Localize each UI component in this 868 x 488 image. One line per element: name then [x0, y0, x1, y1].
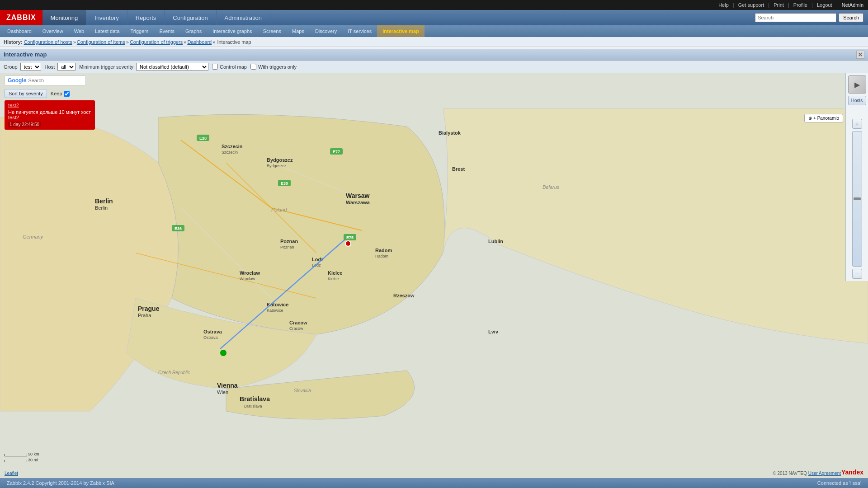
map-toolbar: Group test Host all Minimum trigger seve… [0, 61, 868, 73]
sort-by-severity-button[interactable]: Sort by severity [5, 89, 47, 98]
zoom-out-button[interactable]: − [852, 269, 862, 279]
top-links: Help | Get support | Print | Profile | L… [717, 2, 863, 8]
control-map-checkbox[interactable] [212, 64, 218, 70]
alert-message: Не пингуется дольше 10 минут хост test2 [8, 109, 91, 120]
map-area[interactable]: E28 E30 E36 E77 E75 Szczecin Szczecin By… [0, 73, 868, 478]
nav-configuration[interactable]: Configuration [165, 10, 216, 25]
sidebar-toggle[interactable]: ▶ [848, 75, 866, 94]
group-select[interactable]: test [20, 63, 41, 71]
main-content: Interactive map ✕ Group test Host all Mi… [0, 49, 868, 478]
close-button[interactable]: ✕ [856, 51, 864, 59]
alert-box[interactable]: test2 Не пингуется дольше 10 минут хост … [5, 100, 95, 130]
scale-row-mi: 30 mi [5, 458, 39, 462]
connected-as: Connected as 'lissa' [817, 480, 861, 486]
scale-row-km: 50 km [5, 452, 39, 456]
subnav-latest-data[interactable]: Latest data [90, 25, 125, 37]
svg-text:Cracow: Cracow [289, 320, 307, 325]
svg-text:Brest: Brest [452, 166, 465, 172]
subnav-interactive-graphs[interactable]: Interactive graphs [207, 25, 257, 37]
subnav-maps[interactable]: Maps [287, 25, 310, 37]
svg-text:Warsaw: Warsaw [346, 192, 370, 199]
search-area: Search [750, 10, 868, 25]
svg-text:Vienna: Vienna [217, 382, 238, 389]
logout-link[interactable]: Logout [817, 2, 832, 8]
svg-text:Bydgoszcz: Bydgoszcz [267, 164, 287, 168]
svg-text:Berlin: Berlin [95, 197, 113, 205]
with-triggers-label: With triggers only [258, 64, 297, 70]
min-severity-select[interactable]: Not classified (default) [136, 63, 208, 71]
group-selector-group: Group test [4, 63, 41, 71]
subnav-graphs[interactable]: Graphs [180, 25, 207, 37]
host-select[interactable]: all [57, 63, 75, 71]
profile-link[interactable]: Profile [793, 2, 807, 8]
scale-mi-label: 30 mi [28, 458, 38, 462]
control-map-group: Control map [212, 64, 247, 70]
panoramio-plus-icon: ⊕ [808, 116, 812, 121]
svg-text:Prague: Prague [138, 305, 160, 312]
hosts-button[interactable]: Hosts [848, 96, 866, 105]
svg-text:Cracow: Cracow [289, 326, 303, 331]
subnav-overview[interactable]: Overview [37, 25, 69, 37]
breadcrumb-items[interactable]: Configuration of items [77, 39, 125, 45]
subnav-triggers[interactable]: Triggers [125, 25, 154, 37]
subnav-events[interactable]: Events [154, 25, 180, 37]
user-agreement-link[interactable]: User Agreement [808, 471, 841, 476]
with-triggers-checkbox[interactable] [250, 64, 256, 70]
svg-text:E75: E75 [346, 235, 354, 240]
breadcrumb-triggers[interactable]: Configuration of triggers [130, 39, 183, 45]
nav-reports[interactable]: Reports [127, 10, 165, 25]
subnav-dashboard[interactable]: Dashboard [2, 25, 37, 37]
breadcrumb-current: Interactive map [217, 39, 251, 45]
svg-text:Bratislava: Bratislava [240, 395, 270, 403]
print-link[interactable]: Print [774, 2, 784, 8]
keep-checkbox[interactable] [64, 91, 70, 97]
svg-text:Wroclaw: Wroclaw [240, 270, 260, 276]
nav-administration[interactable]: Administration [217, 10, 270, 25]
svg-text:Czech Republic: Czech Republic [158, 370, 190, 375]
top-bar: Help | Get support | Print | Profile | L… [0, 0, 868, 10]
nav-inventory[interactable]: Inventory [86, 10, 127, 25]
svg-text:Wroclaw: Wroclaw [240, 277, 255, 281]
help-link[interactable]: Help [718, 2, 729, 8]
map-copyright: © 2013 NAVTEQ User Agreement [773, 471, 841, 476]
svg-text:Poznan: Poznan [280, 239, 298, 244]
zoom-slider[interactable] [852, 131, 862, 267]
google-search-input[interactable] [28, 78, 82, 83]
svg-text:E30: E30 [281, 181, 288, 186]
leaflet-link[interactable]: Leaflet [5, 471, 18, 476]
svg-text:Germany: Germany [23, 234, 44, 239]
panoramio-label: + Panoramio [813, 116, 839, 121]
svg-text:Lviv: Lviv [488, 329, 499, 334]
svg-text:Belarus: Belarus [542, 184, 560, 190]
subnav-screens[interactable]: Screens [258, 25, 287, 37]
scale-km-label: 50 km [28, 452, 39, 456]
svg-text:Berlin: Berlin [95, 205, 108, 211]
host-label: Host [45, 64, 55, 70]
breadcrumb-hosts[interactable]: Configuration of hosts [24, 39, 72, 45]
global-search-input[interactable] [755, 13, 836, 22]
nav-monitoring[interactable]: Monitoring [42, 10, 87, 25]
host-selector-group: Host all [45, 63, 76, 71]
sidebar-panel: ▶ Hosts + − [845, 73, 868, 281]
global-search-button[interactable]: Search [839, 13, 863, 22]
alert-title[interactable]: test2 [8, 103, 91, 108]
svg-text:Warszawa: Warszawa [346, 200, 370, 205]
svg-text:Szczecin: Szczecin [222, 144, 243, 149]
subnav-web[interactable]: Web [69, 25, 90, 37]
pin-green[interactable] [220, 350, 226, 356]
group-label: Group [4, 64, 18, 70]
panoramio-button[interactable]: ⊕ + Panoramio [804, 114, 843, 122]
svg-text:Slovakia: Slovakia [294, 388, 311, 393]
google-search: Google [5, 75, 86, 85]
subnav-it-services[interactable]: IT services [342, 25, 377, 37]
subnav-interactive-map[interactable]: Interactive map [377, 25, 425, 37]
pin-red[interactable] [345, 240, 351, 247]
svg-text:Ostrava: Ostrava [203, 335, 218, 340]
subnav-discovery[interactable]: Discovery [310, 25, 342, 37]
svg-text:Bydgoszcz: Bydgoszcz [267, 157, 293, 163]
get-support-link[interactable]: Get support [738, 2, 764, 8]
alert-overlay: Sort by severity Keep test2 Не пингуется… [5, 89, 95, 130]
zoom-in-button[interactable]: + [852, 119, 862, 129]
breadcrumb-dashboard[interactable]: Dashboard [187, 39, 212, 45]
control-map-label: Control map [220, 64, 247, 70]
